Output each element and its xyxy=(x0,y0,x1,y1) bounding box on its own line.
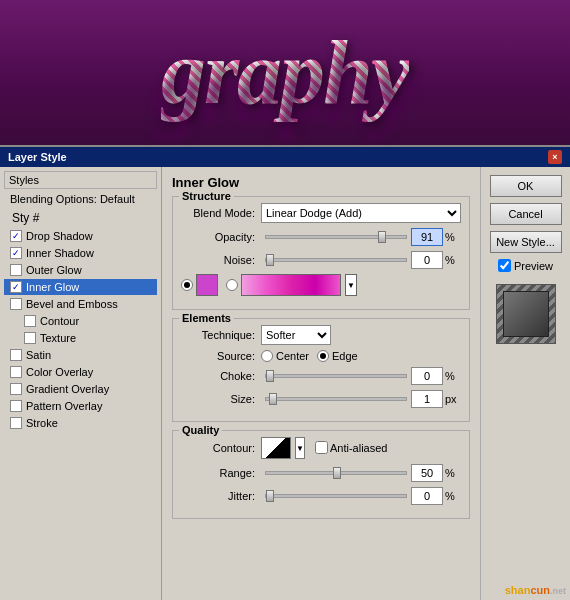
quality-group: Quality Contour: ▼ Anti-aliased Range: xyxy=(172,430,470,519)
source-center-radio[interactable] xyxy=(261,350,273,362)
outer-glow-checkbox[interactable] xyxy=(10,264,22,276)
close-button[interactable]: × xyxy=(548,150,562,164)
source-center-label: Center xyxy=(276,350,309,362)
range-input[interactable] xyxy=(411,464,443,482)
pattern-overlay-checkbox[interactable] xyxy=(10,400,22,412)
right-panel: OK Cancel New Style... Preview xyxy=(480,167,570,600)
watermark-text2: cun xyxy=(530,584,550,596)
satin-label: Satin xyxy=(26,349,51,361)
choke-row: Choke: % xyxy=(181,367,461,385)
preview-box xyxy=(496,284,556,344)
inner-glow-label: Inner Glow xyxy=(26,281,79,293)
preview-checkbox[interactable] xyxy=(498,259,511,272)
source-edge-radio[interactable] xyxy=(317,350,329,362)
noise-slider[interactable] xyxy=(265,258,407,262)
opacity-input[interactable] xyxy=(411,228,443,246)
color-overlay-checkbox[interactable] xyxy=(10,366,22,378)
dialog-title-bar: Layer Style × xyxy=(0,147,570,167)
sidebar-item-pattern-overlay[interactable]: Pattern Overlay xyxy=(4,398,157,414)
preview-row: Preview xyxy=(498,259,553,272)
noise-thumb[interactable] xyxy=(266,254,274,266)
stroke-checkbox[interactable] xyxy=(10,417,22,429)
size-thumb[interactable] xyxy=(269,393,277,405)
jitter-input[interactable] xyxy=(411,487,443,505)
jitter-slider[interactable] xyxy=(265,494,407,498)
solid-color-swatch[interactable] xyxy=(196,274,218,296)
sidebar-item-texture[interactable]: Texture xyxy=(4,330,157,346)
gradient-overlay-checkbox[interactable] xyxy=(10,383,22,395)
size-input[interactable] xyxy=(411,390,443,408)
canvas-shadow-text: graphy xyxy=(155,40,415,143)
source-row: Source: Center Edge xyxy=(181,350,461,362)
technique-label: Technique: xyxy=(181,329,261,341)
jitter-row: Jitter: % xyxy=(181,487,461,505)
inner-shadow-checkbox[interactable] xyxy=(10,247,22,259)
source-label: Source: xyxy=(181,350,261,362)
blend-mode-label: Blend Mode: xyxy=(181,207,261,219)
solid-color-radio[interactable] xyxy=(181,279,193,291)
choke-thumb[interactable] xyxy=(266,370,274,382)
sidebar-item-contour[interactable]: Contour xyxy=(4,313,157,329)
watermark: shancun.net xyxy=(505,584,566,596)
range-unit: % xyxy=(445,467,461,479)
anti-aliased-label: Anti-aliased xyxy=(330,442,387,454)
new-style-button[interactable]: New Style... xyxy=(490,231,562,253)
sidebar-item-satin[interactable]: Satin xyxy=(4,347,157,363)
color-row: ▼ xyxy=(181,274,461,296)
ok-button[interactable]: OK xyxy=(490,175,562,197)
opacity-unit: % xyxy=(445,231,461,243)
texture-checkbox[interactable] xyxy=(24,332,36,344)
blend-mode-row: Blend Mode: Linear Dodge (Add) Normal Sc… xyxy=(181,203,461,223)
noise-input[interactable] xyxy=(411,251,443,269)
bevel-emboss-checkbox[interactable] xyxy=(10,298,22,310)
cancel-button[interactable]: Cancel xyxy=(490,203,562,225)
sidebar-item-stroke[interactable]: Stroke xyxy=(4,415,157,431)
contour-label: Contour: xyxy=(181,442,261,454)
sidebar-item-drop-shadow[interactable]: Drop Shadow xyxy=(4,228,157,244)
sidebar-item-gradient-overlay[interactable]: Gradient Overlay xyxy=(4,381,157,397)
middle-panel: Inner Glow Structure Blend Mode: Linear … xyxy=(162,167,480,600)
choke-input[interactable] xyxy=(411,367,443,385)
contour-thumbnail[interactable] xyxy=(261,437,291,459)
jitter-thumb[interactable] xyxy=(266,490,274,502)
inner-glow-title: Inner Glow xyxy=(172,175,470,190)
gradient-swatch[interactable] xyxy=(241,274,341,296)
noise-row: Noise: % xyxy=(181,251,461,269)
range-thumb[interactable] xyxy=(333,467,341,479)
sidebar-item-outer-glow[interactable]: Outer Glow xyxy=(4,262,157,278)
contour-dropdown-arrow[interactable]: ▼ xyxy=(295,437,305,459)
texture-label: Texture xyxy=(40,332,76,344)
sty-label-text: Sty # xyxy=(8,209,43,227)
canvas-preview: graphy graphy xyxy=(0,0,570,145)
opacity-thumb[interactable] xyxy=(378,231,386,243)
choke-slider[interactable] xyxy=(265,374,407,378)
sidebar-item-inner-glow[interactable]: Inner Glow xyxy=(4,279,157,295)
drop-shadow-checkbox[interactable] xyxy=(10,230,22,242)
blending-options-item[interactable]: Blending Options: Default xyxy=(4,191,157,207)
structure-group: Structure Blend Mode: Linear Dodge (Add)… xyxy=(172,196,470,310)
opacity-slider[interactable] xyxy=(265,235,407,239)
sidebar-item-color-overlay[interactable]: Color Overlay xyxy=(4,364,157,380)
structure-title: Structure xyxy=(179,190,234,202)
quality-title: Quality xyxy=(179,424,222,436)
technique-select[interactable]: Softer Precise xyxy=(261,325,331,345)
gradient-color-radio[interactable] xyxy=(226,279,238,291)
size-row: Size: px xyxy=(181,390,461,408)
choke-unit: % xyxy=(445,370,461,382)
sidebar-item-inner-shadow[interactable]: Inner Shadow xyxy=(4,245,157,261)
size-slider[interactable] xyxy=(265,397,407,401)
choke-label: Choke: xyxy=(181,370,261,382)
blend-mode-select[interactable]: Linear Dodge (Add) Normal Screen Multipl… xyxy=(261,203,461,223)
bevel-emboss-label: Bevel and Emboss xyxy=(26,298,118,310)
gradient-arrow-btn[interactable]: ▼ xyxy=(345,274,357,296)
range-slider[interactable] xyxy=(265,471,407,475)
inner-glow-checkbox[interactable] xyxy=(10,281,22,293)
anti-aliased-checkbox[interactable] xyxy=(315,441,328,454)
range-row: Range: % xyxy=(181,464,461,482)
satin-checkbox[interactable] xyxy=(10,349,22,361)
sidebar-item-bevel-emboss[interactable]: Bevel and Emboss xyxy=(4,296,157,312)
contour-checkbox[interactable] xyxy=(24,315,36,327)
contour-row: Contour: ▼ Anti-aliased xyxy=(181,437,461,459)
contour-label: Contour xyxy=(40,315,79,327)
jitter-label: Jitter: xyxy=(181,490,261,502)
